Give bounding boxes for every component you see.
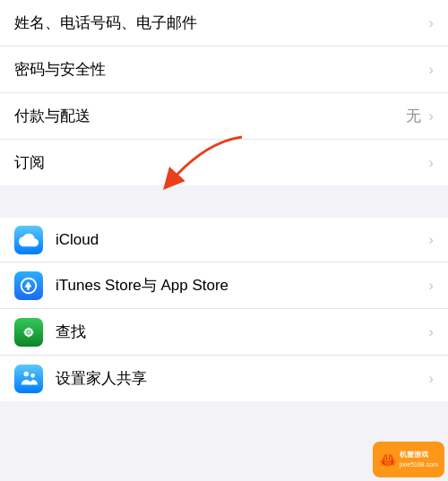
watermark: 🦀 机蟹游戏 jixie5188.com — [373, 442, 444, 477]
password-security-item[interactable]: 密码与安全性 › — [0, 47, 448, 93]
icloud-label: iCloud — [56, 219, 428, 262]
svg-point-3 — [28, 331, 30, 333]
name-phone-email-item[interactable]: 姓名、电话号码、电子邮件 › — [0, 0, 448, 47]
chevron-icon: › — [428, 231, 434, 249]
payment-delivery-item[interactable]: 付款与配送 无 › — [0, 93, 448, 140]
icloud-icon — [14, 226, 43, 254]
subscription-label: 订阅 — [14, 140, 428, 185]
chevron-icon: › — [428, 61, 434, 79]
svg-rect-0 — [28, 286, 30, 289]
svg-point-9 — [30, 374, 35, 378]
icloud-item[interactable]: iCloud › — [0, 218, 448, 262]
itunes-appstore-label: iTunes Store与 App Store — [56, 262, 428, 308]
appstore-icon — [14, 271, 43, 300]
chevron-icon: › — [428, 14, 434, 32]
watermark-line1: 机蟹游戏 — [400, 451, 438, 460]
password-security-label: 密码与安全性 — [14, 47, 428, 92]
chevron-icon: › — [428, 107, 434, 125]
family-sharing-item[interactable]: 设置家人共享 › — [0, 356, 448, 401]
family-sharing-icon — [14, 365, 43, 393]
watermark-line2: jixie5188.com — [400, 460, 438, 468]
family-sharing-label: 设置家人共享 — [56, 356, 428, 401]
payment-delivery-label: 付款与配送 — [14, 93, 406, 139]
chevron-icon: › — [428, 154, 434, 172]
svg-point-6 — [23, 331, 25, 333]
top-section: 姓名、电话号码、电子邮件 › 密码与安全性 › 付款与配送 无 › 订阅 › — [0, 0, 448, 185]
chevron-icon: › — [428, 323, 434, 341]
find-item[interactable]: 查找 › — [0, 309, 448, 356]
subscription-item[interactable]: 订阅 › — [0, 140, 448, 185]
svg-point-5 — [28, 336, 30, 338]
section-divider — [0, 185, 448, 218]
watermark-emoji: 🦀 — [379, 451, 397, 468]
watermark-text-block: 机蟹游戏 jixie5188.com — [400, 451, 438, 468]
chevron-icon: › — [428, 370, 434, 388]
payment-delivery-value: 无 — [406, 106, 421, 126]
svg-point-8 — [24, 371, 30, 376]
bottom-section: iCloud › iTunes Store与 App Store › — [0, 218, 448, 401]
chevron-icon: › — [428, 277, 434, 295]
svg-point-4 — [28, 327, 30, 329]
svg-point-7 — [32, 331, 34, 333]
find-icon — [14, 318, 43, 347]
find-label: 查找 — [56, 309, 428, 355]
itunes-appstore-item[interactable]: iTunes Store与 App Store › — [0, 262, 448, 309]
name-phone-email-label: 姓名、电话号码、电子邮件 — [14, 0, 428, 46]
